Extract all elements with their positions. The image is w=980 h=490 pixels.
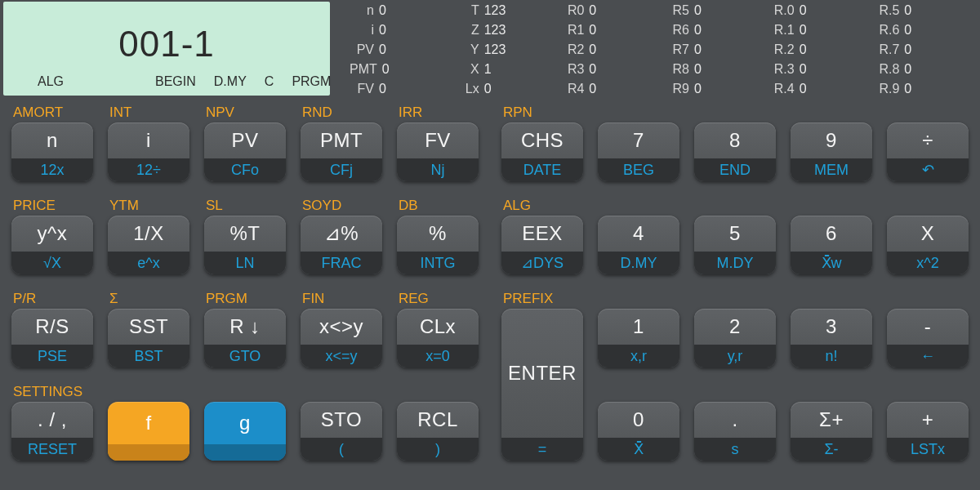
register-label: R.3 [770,62,795,77]
key-chs[interactable]: CHSDATE [501,122,583,181]
key-fv[interactable]: FVNj [397,122,479,181]
register-row: PV0 [350,42,447,57]
key-8[interactable]: 8END [694,122,776,181]
register-row: n0 [350,3,447,18]
key-2[interactable]: 2y,r [694,309,776,368]
key-face: 1 [598,309,679,345]
key-pv[interactable]: PVCFo [204,122,286,181]
key-sub: x,r [598,345,679,368]
register-row: R.50 [875,3,972,18]
key-face: CLx [397,309,479,345]
key-sub: FRAC [301,252,382,274]
key-9[interactable]: 9MEM [791,122,872,181]
key--[interactable]: %INTG [397,216,479,274]
shift-label: SL [206,198,223,214]
key-5[interactable]: 5M.DY [694,216,776,274]
register-label: Lx [455,82,479,96]
key-i[interactable]: i12÷ [108,122,189,181]
key-sub: ↶ [887,158,969,181]
key-sub [108,444,189,461]
register-label: R7 [665,42,689,57]
register-label: T [455,3,479,18]
key-sub: X̄w [791,252,872,274]
register-value: 0 [589,82,596,96]
shift-label: YTM [109,198,139,214]
key-clx[interactable]: CLxx=0 [397,309,479,368]
register-value: 123 [484,23,506,38]
shift-label: ALG [503,198,531,214]
annun-begin: BEGIN [155,74,196,89]
register-value: 0 [904,62,911,77]
key-sub: GTO [204,345,286,368]
register-value: 0 [589,23,596,38]
key--[interactable]: +LSTx [887,402,969,461]
key-eex[interactable]: EEX⊿DYS [501,216,583,274]
key-1[interactable]: 1x,r [598,309,679,368]
key-6[interactable]: 6X̄w [791,216,872,274]
register-value: 0 [800,62,807,77]
key--[interactable]: . / ,RESET [11,402,93,461]
register-row: R90 [665,82,762,96]
register-value: 123 [484,3,506,18]
key-0[interactable]: 0X̄ [598,402,679,461]
lcd-annunciators: ALG BEGIN D.MY C PRGM [13,74,320,91]
key-face: STO [301,402,382,438]
key-3[interactable]: 3n! [791,309,872,368]
register-row: X1 [455,62,552,77]
key-sub: BST [108,345,189,368]
key-sub: y,r [694,345,776,368]
shift-label: NPV [206,105,234,121]
key-sst[interactable]: SSTBST [108,309,189,368]
register-value: 0 [379,3,386,18]
key--[interactable]: Σ+Σ- [791,402,872,461]
register-label: R6 [665,23,689,38]
key-enter[interactable]: ENTER= [501,309,583,461]
key--[interactable]: ÷↶ [887,122,969,181]
register-row: PMT0 [350,62,447,77]
key-r-[interactable]: R ↓GTO [204,309,286,368]
key-sub: n! [791,345,872,368]
shift-label: PRICE [13,198,56,214]
key-y-x[interactable]: y^x√X [11,216,93,274]
key-x-y[interactable]: x<>yx<=y [301,309,382,368]
key-sub: DATE [501,158,583,181]
register-value: 0 [694,3,702,18]
key-1-x[interactable]: 1/Xe^x [108,216,189,274]
key--[interactable]: ⊿%FRAC [301,216,382,274]
key-face: PMT [301,122,382,158]
key--[interactable]: .s [694,402,776,461]
key-4[interactable]: 4D.MY [598,216,679,274]
key-sub: M.DY [694,252,776,274]
key--t[interactable]: %TLN [204,216,286,274]
key-pmt[interactable]: PMTCFj [301,122,382,181]
register-value: 0 [379,82,386,96]
key-sub: RESET [11,438,93,461]
register-value: 0 [904,42,911,57]
key-sub: LN [204,252,286,274]
shift-label: RND [302,105,332,121]
register-label: R8 [665,62,689,77]
key-n[interactable]: n12x [11,122,93,181]
key-rcl[interactable]: RCL) [397,402,479,461]
key-r-s[interactable]: R/SPSE [11,309,93,368]
register-label: X [455,62,479,77]
key-sub: PSE [11,345,93,368]
key-face: 5 [694,216,776,252]
register-label: R2 [559,42,584,57]
register-row: R10 [559,23,657,38]
register-row: R.90 [875,82,972,96]
key--[interactable]: -← [887,309,969,368]
shift-label: P/R [13,291,36,307]
key-g[interactable]: g [204,402,286,461]
key-f[interactable]: f [108,402,189,461]
key-face: 2 [694,309,776,345]
key-sto[interactable]: STO( [301,402,382,461]
key-sub: CFo [204,158,286,181]
key-sub: ) [397,438,479,461]
register-row: R.20 [770,42,867,57]
key-7[interactable]: 7BEG [598,122,679,181]
register-value: 1 [484,62,492,77]
register-row: R40 [559,82,657,96]
shift-label: PREFIX [503,291,553,307]
key-x[interactable]: Xx^2 [887,216,969,274]
